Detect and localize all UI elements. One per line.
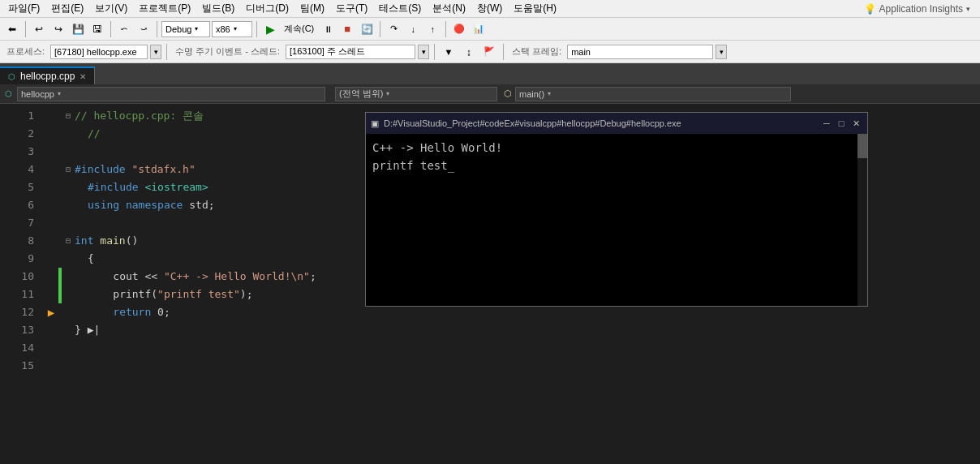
filter2-btn[interactable]: ↨ <box>460 43 478 61</box>
menu-view[interactable]: 보기(V) <box>90 0 132 17</box>
menu-bar: 파일(F) 편집(E) 보기(V) 프로젝트(P) 빌드(B) 디버그(D) 팀… <box>0 0 980 18</box>
diagnostic-btn[interactable]: 📊 <box>470 20 488 38</box>
save-all-btn[interactable]: 🖫 <box>88 20 106 38</box>
collapse-btn-8[interactable]: ⊟ <box>66 232 71 250</box>
tab-hellocpp[interactable]: ⬡ hellocpp.cpp ✕ <box>0 67 95 84</box>
continue-label: 계속(C) <box>281 23 317 35</box>
stop-btn[interactable]: ■ <box>338 20 356 38</box>
line-numbers: 123456789101112131415 <box>0 104 41 464</box>
undo2-btn[interactable]: ⤺ <box>115 20 133 38</box>
collapse-area-4[interactable]: ⊟ <box>62 161 75 178</box>
line-number-10: 10 <box>0 268 34 286</box>
code-segment-13-0: } <box>75 321 88 339</box>
back-btn[interactable]: ⬅ <box>3 20 21 38</box>
restart-btn[interactable]: 🔄 <box>358 20 376 38</box>
toolbar-sep-6 <box>445 21 446 37</box>
file-scope-arrow: ▾ <box>58 90 61 97</box>
toolbar-sep-3 <box>157 21 157 37</box>
menu-build[interactable]: 빌드(B) <box>197 0 239 17</box>
save-btn[interactable]: 💾 <box>69 20 87 38</box>
platform-dropdown[interactable]: x86 ▾ <box>212 21 252 37</box>
function-dropdown[interactable]: main() ▾ <box>515 87 791 101</box>
collapse-area-1[interactable]: ⊟ <box>62 107 75 125</box>
console-body: C++ -> Hello World!printf test_ <box>366 134 867 306</box>
toolbar-sep-2 <box>110 21 111 37</box>
menu-tools[interactable]: 도구(T) <box>331 0 372 17</box>
process-value: [67180] hellocpp.exe <box>54 47 137 57</box>
arrow-icon: ▶ <box>48 303 54 321</box>
code-segment-12-1: return <box>113 303 157 321</box>
stack-dropdown-btn[interactable]: ▾ <box>716 45 727 59</box>
debug-sep-2 <box>434 44 435 60</box>
menu-project[interactable]: 프로젝트(P) <box>134 0 196 17</box>
file-scope-dropdown[interactable]: hellocpp ▾ <box>17 87 325 101</box>
code-segment-1-0: // hellocpp.cpp: 콘솔 <box>75 107 210 125</box>
code-line-13: } ▶| <box>41 321 980 339</box>
menu-team[interactable]: 팀(M) <box>295 0 329 17</box>
code-segment-10-0: cout << <box>88 268 164 286</box>
console-close-btn[interactable]: ✕ <box>849 117 862 130</box>
nav-bar: ⬡ hellocpp ▾ (전역 범위) ▾ ⬡ main() ▾ <box>0 84 980 104</box>
platform-value: x86 <box>216 24 230 34</box>
stack-value-display: main <box>567 45 713 59</box>
code-segment-4-0: #include <box>75 161 131 178</box>
green-bar-10 <box>58 268 62 286</box>
line-number-1: 1 <box>0 107 34 125</box>
redo2-btn[interactable]: ⤻ <box>135 20 153 38</box>
application-insights-button[interactable]: 💡 Application Insights ▾ <box>858 3 977 15</box>
filter-btn[interactable]: ▼ <box>440 43 458 61</box>
code-segment-9-0: { <box>88 250 94 268</box>
line-number-5: 5 <box>0 178 34 196</box>
menu-file[interactable]: 파일(F) <box>3 0 45 17</box>
line-number-14: 14 <box>0 339 34 357</box>
scope-dropdown[interactable]: (전역 범위) ▾ <box>335 87 497 101</box>
thread-value-display: [163100] 주 스레드 <box>286 45 415 59</box>
step-over-btn[interactable]: ↷ <box>385 20 402 38</box>
undo-btn[interactable]: ↩ <box>30 20 48 38</box>
step-into-btn[interactable]: ↓ <box>404 20 422 38</box>
console-icon: ▣ <box>371 118 379 129</box>
code-segment-2-0: // <box>88 125 101 143</box>
code-segment-6-0: using namespace <box>88 196 189 214</box>
console-scrollbar[interactable] <box>858 134 867 306</box>
collapse-area-8[interactable]: ⊟ <box>62 232 75 250</box>
run-btn[interactable]: ▶ <box>261 20 279 38</box>
debug-config-dropdown[interactable]: Debug ▾ <box>161 21 210 37</box>
menu-help[interactable]: 도움말(H) <box>509 0 561 17</box>
menu-debug[interactable]: 디버그(D) <box>241 0 294 17</box>
collapse-btn-4[interactable]: ⊟ <box>66 161 71 178</box>
menu-test[interactable]: 테스트(S) <box>374 0 426 17</box>
menu-analyze[interactable]: 분석(N) <box>428 0 471 17</box>
process-dropdown-btn[interactable]: ▾ <box>150 45 161 59</box>
code-segment-11-0: printf( <box>88 286 157 303</box>
line-number-2: 2 <box>0 125 34 143</box>
platform-arrow: ▾ <box>234 25 237 32</box>
menu-edit[interactable]: 편집(E) <box>46 0 88 17</box>
tab-label: hellocpp.cpp <box>20 71 75 82</box>
process-label: 프로세스: <box>3 45 48 58</box>
flag-btn[interactable]: 🚩 <box>480 43 498 61</box>
code-segment-4-1: "stdafx.h" <box>131 161 195 178</box>
code-segment-8-1: main <box>100 232 125 250</box>
line-number-15: 15 <box>0 357 34 375</box>
redo-btn[interactable]: ↪ <box>49 20 67 38</box>
menu-window[interactable]: 창(W) <box>472 0 507 17</box>
editor-area: 123456789101112131415 ⊟// hellocpp.cpp: … <box>0 104 980 464</box>
scope-value: (전역 범위) <box>339 88 383 100</box>
pause-btn[interactable]: ⏸ <box>319 20 337 38</box>
code-segment-12-0 <box>88 303 113 321</box>
function-value: main() <box>519 89 544 99</box>
line-number-4: 4 <box>0 161 34 178</box>
stack-label: 스택 프레임: <box>509 45 565 58</box>
tab-close-btn[interactable]: ✕ <box>80 72 86 81</box>
console-maximize-btn[interactable]: □ <box>835 117 848 130</box>
breakpoint-btn[interactable]: 🔴 <box>450 20 468 38</box>
debug-config-arrow: ▾ <box>195 25 198 32</box>
function-icon: ⬡ <box>504 88 512 99</box>
line-number-7: 7 <box>0 214 34 232</box>
thread-dropdown-btn[interactable]: ▾ <box>418 45 429 59</box>
toolbar-sep-1 <box>25 21 26 37</box>
collapse-btn-1[interactable]: ⊟ <box>66 107 71 125</box>
step-out-btn[interactable]: ↑ <box>423 20 441 38</box>
console-minimize-btn[interactable]: ─ <box>820 117 833 130</box>
